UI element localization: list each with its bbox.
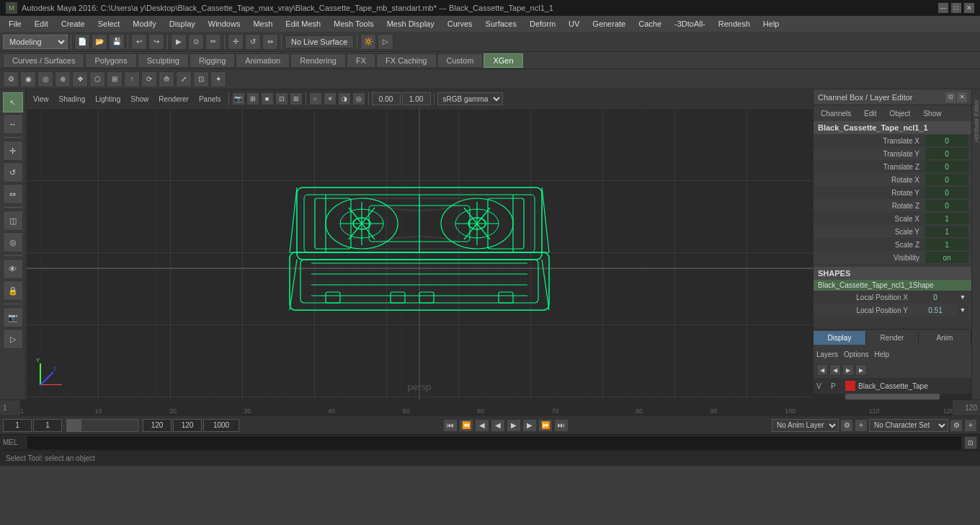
select-btn[interactable]: ▶ <box>171 34 187 50</box>
menu-mesh[interactable]: Mesh <box>247 18 278 30</box>
tab-sculpting[interactable]: Sculpting <box>138 53 189 68</box>
xgen-icon9[interactable]: ⟰ <box>159 71 174 87</box>
menu-display[interactable]: Display <box>164 18 201 30</box>
camera-icon[interactable]: 📷 <box>232 92 245 105</box>
menu-create[interactable]: Create <box>55 18 91 30</box>
value2-input[interactable] <box>402 92 431 105</box>
value1-input[interactable] <box>372 92 401 105</box>
anim-layer-select[interactable]: No Anim Layer <box>772 419 839 432</box>
tab-rendering[interactable]: Rendering <box>290 53 346 68</box>
workspace-dropdown[interactable]: Modeling <box>3 35 68 49</box>
char-set-settings-btn[interactable]: ⚙ <box>950 419 963 432</box>
layer-next-btn[interactable]: ▶ <box>842 364 854 376</box>
xgen-icon1[interactable]: ◉ <box>20 71 36 87</box>
float-panel-btn[interactable]: ⊡ <box>945 92 956 102</box>
lock-btn[interactable]: 🔒 <box>3 281 23 301</box>
layer-prev-btn[interactable]: ◀ <box>829 364 841 376</box>
timeline-ruler[interactable]: 1 10 20 30 40 50 60 70 80 90 100 110 120 <box>20 400 953 416</box>
new-file-btn[interactable]: 📄 <box>74 34 90 50</box>
no-live-surface-btn[interactable]: No Live Surface <box>285 35 354 48</box>
close-button[interactable]: ✕ <box>964 3 974 13</box>
panels-menu[interactable]: Panels <box>195 94 226 105</box>
go-end-btn[interactable]: ⏭ <box>554 419 569 432</box>
scale-x-input[interactable] <box>925 213 968 224</box>
char-set-add-btn[interactable]: + <box>964 419 977 432</box>
paint-btn[interactable]: ✏ <box>205 34 221 50</box>
layers-tab[interactable]: Layers <box>816 350 838 358</box>
menu-edit[interactable]: Edit <box>29 18 54 30</box>
ipr-btn[interactable]: ▷ <box>378 34 393 50</box>
xgen-icon5[interactable]: ⬡ <box>89 71 105 87</box>
menu-surfaces[interactable]: Surfaces <box>480 18 522 30</box>
mel-script-editor-btn[interactable]: ⊡ <box>964 436 977 449</box>
save-file-btn[interactable]: 💾 <box>109 34 125 50</box>
rotate-btn[interactable]: ↺ <box>245 34 261 50</box>
help-tab[interactable]: Help <box>874 350 889 358</box>
gamma-select[interactable]: sRGB gamma <box>437 92 503 105</box>
shading-menu[interactable]: Shading <box>55 94 90 105</box>
range-start-input[interactable] <box>33 419 62 432</box>
xgen-icon6[interactable]: ⊞ <box>107 71 122 87</box>
menu-edit-mesh[interactable]: Edit Mesh <box>280 18 326 30</box>
menu-rendesh[interactable]: Rendesh <box>713 18 756 30</box>
layer-last-btn[interactable]: ▶ <box>855 364 867 376</box>
view-menu[interactable]: View <box>29 94 53 105</box>
display-tab[interactable]: Display <box>814 331 866 345</box>
xgen-icon2[interactable]: ◎ <box>37 71 53 87</box>
xgen-icon12[interactable]: ✦ <box>210 71 226 87</box>
range-end-input[interactable] <box>143 419 172 432</box>
move-btn[interactable]: ✛ <box>228 34 244 50</box>
rotate-tool-btn[interactable]: ↺ <box>3 162 23 182</box>
rotate-z-input[interactable] <box>925 200 968 211</box>
maximize-button[interactable]: □ <box>951 3 961 13</box>
solid-icon[interactable]: ■ <box>261 92 274 105</box>
current-frame-input[interactable] <box>3 419 32 432</box>
show-hide-btn[interactable]: 👁 <box>3 259 23 279</box>
next-key-btn[interactable]: ▶ <box>522 419 537 432</box>
undo-btn[interactable]: ↩ <box>131 34 147 50</box>
frame-slider-thumb[interactable] <box>67 420 81 431</box>
go-start-btn[interactable]: ⏮ <box>443 419 458 432</box>
tab-fx[interactable]: FX <box>347 53 375 68</box>
lighting-menu[interactable]: Lighting <box>91 94 125 105</box>
render-tool-btn[interactable]: ▷ <box>3 329 23 349</box>
play-fwd-btn[interactable]: ▶ <box>507 419 521 432</box>
tab-curves-surfaces[interactable]: Curves / Surfaces <box>3 53 84 68</box>
xgen-icon3[interactable]: ⊕ <box>55 71 71 87</box>
render-btn[interactable]: 🔆 <box>360 34 376 50</box>
show-tab[interactable]: Show <box>917 108 947 119</box>
scrollbar-thumb[interactable] <box>845 394 940 400</box>
rotate-y-input[interactable] <box>925 187 968 198</box>
menu-file[interactable]: File <box>3 18 27 30</box>
xgen-icon11[interactable]: ⊡ <box>193 71 209 87</box>
translate-x-input[interactable] <box>925 135 968 146</box>
menu-uv[interactable]: UV <box>563 18 585 30</box>
options-tab[interactable]: Options <box>844 350 868 358</box>
edit-tab[interactable]: Edit <box>858 108 882 119</box>
translate-z-input[interactable] <box>925 161 968 172</box>
add-layer-btn[interactable]: ◀ <box>816 364 828 376</box>
object-tab[interactable]: Object <box>884 108 917 119</box>
isolate-icon[interactable]: ○ <box>309 92 322 105</box>
total-end-input[interactable] <box>203 419 239 432</box>
prev-frame-btn[interactable]: ⏪ <box>459 419 473 432</box>
menu-windows[interactable]: Windows <box>202 18 246 30</box>
menu-deform[interactable]: Deform <box>524 18 561 30</box>
menu-mesh-display[interactable]: Mesh Display <box>381 18 440 30</box>
local-pos-y-expand[interactable]: ▼ <box>957 304 968 316</box>
render-tab[interactable]: Render <box>866 331 919 345</box>
layer-visibility-toggle[interactable]: V <box>816 382 828 390</box>
show-menu[interactable]: Show <box>126 94 153 105</box>
xgen-icon10[interactable]: ⤢ <box>176 71 192 87</box>
snap-btn[interactable]: ◫ <box>3 211 23 231</box>
xgen-icon4[interactable]: ❖ <box>72 71 88 87</box>
menu-cache[interactable]: Cache <box>633 18 667 30</box>
xgen-icon8[interactable]: ⟳ <box>141 71 157 87</box>
rotate-x-input[interactable] <box>925 174 968 185</box>
layer-p-toggle[interactable]: P <box>831 382 842 390</box>
menu-3dto[interactable]: -3DtoAll- <box>669 18 711 30</box>
snap-to-grid-icon[interactable]: ⊞ <box>290 92 303 105</box>
prev-key-btn[interactable]: ◀ <box>475 419 489 432</box>
renderer-menu[interactable]: Renderer <box>154 94 193 105</box>
open-file-btn[interactable]: 📂 <box>92 34 107 50</box>
